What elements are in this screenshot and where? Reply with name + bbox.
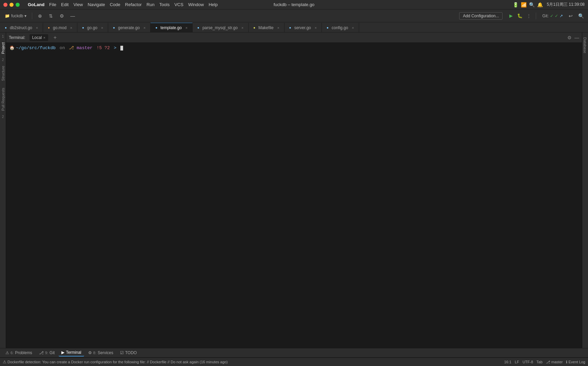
close-button[interactable] bbox=[3, 3, 7, 7]
editor-tab-template[interactable]: ● template.go × bbox=[151, 23, 193, 32]
statusbar-warnings[interactable]: ⚠ Dockerfile detection: You can create a… bbox=[3, 360, 228, 364]
statusbar-docker-notification: Dockerfile detection: You can create a D… bbox=[7, 360, 228, 364]
bottom-tab-label-terminal: Terminal bbox=[66, 350, 81, 355]
terminal-prompt-line: 🏠 ~/go/src/fuckdb on ⎇ master !5 ?2 > bbox=[9, 45, 579, 52]
left-vertical-tabs: 1 Project 2 Structure Pull Requests 2 bbox=[0, 33, 6, 348]
menu-help[interactable]: Help bbox=[209, 2, 218, 7]
tab-label-template: template.go bbox=[160, 25, 182, 30]
settings-button[interactable]: ⚙ bbox=[57, 12, 66, 20]
tab-close-template[interactable]: × bbox=[184, 25, 189, 30]
toolbar-right-icons: ↩ 🔍 bbox=[566, 12, 585, 20]
add-configuration-button[interactable]: Add Configuration... bbox=[459, 12, 503, 20]
tab-close-config[interactable]: × bbox=[351, 25, 355, 30]
tab-label-go: go.go bbox=[87, 25, 97, 30]
mac-menu: GoLand File Edit View Navigate Code Refa… bbox=[28, 2, 218, 7]
project-folder-icon: 📁 bbox=[5, 14, 10, 18]
menu-run[interactable]: Run bbox=[146, 2, 155, 7]
menu-tools[interactable]: Tools bbox=[159, 2, 170, 7]
run-button[interactable]: ▶ bbox=[507, 12, 515, 20]
bottom-tab-todo[interactable]: ☑ TODO bbox=[117, 349, 139, 356]
system-clock: 5月1日周三 11:39:08 bbox=[547, 2, 585, 7]
tab-close-db2struct[interactable]: × bbox=[35, 25, 39, 30]
terminal-new-tab-button[interactable]: + bbox=[52, 35, 58, 41]
project-panel-tab[interactable]: Project bbox=[0, 39, 6, 57]
menu-vcs[interactable]: VCS bbox=[174, 2, 183, 7]
terminal-header-right: ⚙ — bbox=[567, 35, 579, 40]
editor-tab-makefile[interactable]: ● Makefile × bbox=[249, 23, 285, 32]
terminal-tab-close-button[interactable]: × bbox=[43, 36, 45, 40]
menu-code[interactable]: Code bbox=[110, 2, 120, 7]
terminal-settings-icon[interactable]: ⚙ bbox=[567, 35, 572, 40]
statusbar-event-log[interactable]: ℹ Event Log bbox=[566, 360, 585, 364]
menu-file[interactable]: File bbox=[49, 2, 56, 7]
database-panel-tab[interactable]: Database bbox=[582, 34, 588, 57]
editor-tab-server[interactable]: ● server.go × bbox=[285, 23, 322, 32]
warning-icon: ⚠ bbox=[3, 360, 6, 364]
menu-edit[interactable]: Edit bbox=[61, 2, 68, 7]
maximize-button[interactable] bbox=[16, 3, 20, 7]
editor-tab-go-mod[interactable]: ● go.mod × bbox=[43, 23, 77, 32]
bottom-tab-services[interactable]: ⚙ 8: Services bbox=[85, 349, 116, 356]
minimize-panel-button[interactable]: — bbox=[68, 12, 77, 20]
statusbar-line-col[interactable]: 16:1 bbox=[504, 360, 511, 364]
bottom-tab-icon-services: ⚙ bbox=[88, 350, 92, 355]
statusbar-encoding[interactable]: UTF-8 bbox=[523, 360, 533, 364]
debug-button[interactable]: 🐛 bbox=[516, 12, 524, 20]
search-everywhere-button[interactable]: 🔍 bbox=[576, 12, 585, 20]
bottom-tab-problems[interactable]: ⚠ 6: Problems bbox=[3, 349, 35, 356]
menu-goland[interactable]: GoLand bbox=[28, 2, 44, 7]
pull-requests-panel-tab[interactable]: Pull Requests bbox=[0, 84, 6, 114]
tab-label-makefile: Makefile bbox=[258, 25, 274, 30]
notification-icon[interactable]: 🔔 bbox=[537, 2, 543, 7]
terminal-cursor bbox=[120, 46, 123, 50]
project-selector[interactable]: 📁 fuckdb ▾ bbox=[3, 13, 28, 19]
tab-label-db2struct: db2struct.go bbox=[10, 25, 32, 30]
tab-icon-go: ● bbox=[81, 25, 85, 30]
menu-navigate[interactable]: Navigate bbox=[87, 2, 105, 7]
tab-num-services: 8: bbox=[93, 351, 96, 355]
prompt-path: ~/go/src/fuckdb bbox=[16, 45, 56, 52]
undo-button[interactable]: ↩ bbox=[566, 12, 575, 20]
git-push-icon[interactable]: ↗ bbox=[560, 14, 563, 18]
tab-close-parse-mysql[interactable]: × bbox=[240, 25, 245, 30]
editor-tab-config[interactable]: ● config.go × bbox=[322, 23, 359, 32]
run-controls: ▶ 🐛 ⋮ bbox=[507, 12, 532, 20]
tab-close-makefile[interactable]: × bbox=[276, 25, 281, 30]
editor-tab-generate[interactable]: ● generate.go × bbox=[108, 23, 151, 32]
tab-close-go[interactable]: × bbox=[100, 25, 104, 30]
structure-panel-tab[interactable]: Structure bbox=[0, 62, 6, 84]
statusbar-indent[interactable]: Tab bbox=[536, 360, 543, 364]
more-run-button[interactable]: ⋮ bbox=[525, 12, 532, 20]
bottom-tab-terminal[interactable]: ▶ Terminal bbox=[59, 349, 84, 357]
tab-close-go-mod[interactable]: × bbox=[69, 25, 74, 30]
editor-tab-parse-mysql[interactable]: ● parse_mysql_str.go × bbox=[193, 23, 249, 32]
branch-icon: ⎇ bbox=[546, 360, 550, 364]
encoding-value: UTF-8 bbox=[523, 360, 533, 364]
terminal-body[interactable]: 🏠 ~/go/src/fuckdb on ⎇ master !5 ?2 > bbox=[6, 43, 582, 348]
menu-window[interactable]: Window bbox=[188, 2, 204, 7]
tab-label-generate: generate.go bbox=[118, 25, 140, 30]
compare-button[interactable]: ⇅ bbox=[46, 12, 55, 20]
terminal-minimize-icon[interactable]: — bbox=[574, 35, 579, 40]
tab-close-generate[interactable]: × bbox=[142, 25, 147, 30]
prompt-git-status: !5 ?2 bbox=[94, 45, 110, 52]
bottom-tool-tabs: ⚠ 6: Problems ⎇ 9: Git ▶ Terminal ⚙ 8: S… bbox=[0, 348, 588, 358]
minimize-button[interactable] bbox=[9, 3, 14, 7]
git-label: Git: bbox=[542, 14, 549, 18]
tab-icon-makefile: ● bbox=[252, 25, 257, 30]
statusbar-line-ending[interactable]: LF bbox=[515, 360, 519, 364]
terminal-local-tab[interactable]: Local × bbox=[30, 34, 48, 41]
git-check2-icon[interactable]: ✓ bbox=[555, 14, 558, 18]
bottom-tab-git[interactable]: ⎇ 9: Git bbox=[36, 349, 58, 356]
search-icon[interactable]: 🔍 bbox=[529, 2, 535, 7]
statusbar-branch[interactable]: ⎇ master bbox=[546, 360, 563, 364]
bottom-tab-icon-terminal: ▶ bbox=[61, 350, 64, 355]
editor-tab-go[interactable]: ● go.go × bbox=[77, 23, 108, 32]
menu-view[interactable]: View bbox=[73, 2, 83, 7]
git-check1-icon[interactable]: ✓ bbox=[550, 14, 553, 18]
menu-refactor[interactable]: Refactor bbox=[125, 2, 142, 7]
sync-button[interactable]: ⊕ bbox=[36, 12, 44, 20]
tab-close-server[interactable]: × bbox=[313, 25, 318, 30]
traffic-lights bbox=[3, 3, 20, 7]
editor-tab-db2struct[interactable]: ● db2struct.go × bbox=[0, 23, 43, 32]
